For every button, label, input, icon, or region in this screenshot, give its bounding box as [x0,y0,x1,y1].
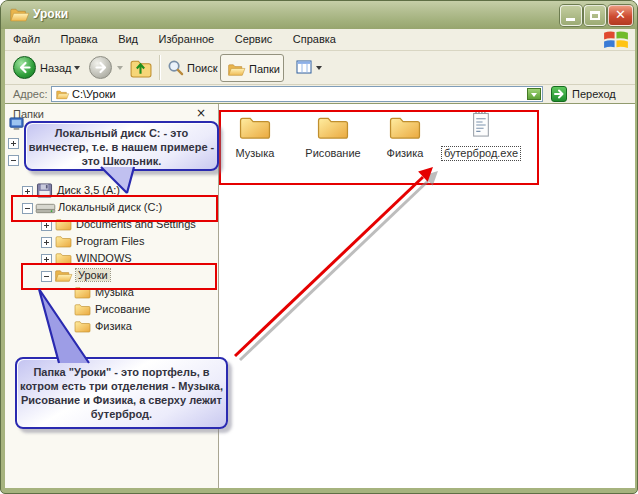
window-title: Уроки [33,7,68,21]
file-name[interactable]: Физика [373,147,437,159]
collapse-icon[interactable] [8,155,19,166]
folder-icon [316,113,350,140]
file-item-muzyka[interactable]: Музыка [223,113,287,159]
address-label: Адрес: [13,88,48,100]
menu-favorites[interactable]: Избранное [150,29,222,45]
tree-item-documents-and-settings[interactable]: Documents and Settings [5,217,218,233]
menu-help[interactable]: Справка [285,29,344,45]
title-bar[interactable]: Уроки ✕ [1,1,637,29]
folder-icon [388,113,422,140]
file-list-pane [219,104,635,488]
close-button[interactable]: ✕ [608,5,633,26]
folder-icon [55,217,72,231]
address-dropdown-button[interactable] [527,88,541,100]
folders-icon [227,62,246,77]
file-item-buterbrod[interactable]: бутерброд.exe [439,109,523,161]
tree-item-muzyka[interactable]: Музыка [5,285,218,301]
folder-icon [55,234,72,248]
minimize-button[interactable] [560,5,582,26]
desktop-icon [9,116,24,131]
up-folder-button[interactable] [129,56,152,79]
menu-tools[interactable]: Сервис [227,29,281,45]
toolbar-separator [159,55,161,80]
callout-local-disk: Локальный диск С: - это винчестер, т.е. … [24,121,219,171]
toolbar: Назад Поиск Папки [5,51,635,85]
minimize-icon [566,18,575,21]
views-dropdown-icon[interactable] [316,66,322,70]
tree-item-windows[interactable]: WINDOWS [5,251,218,267]
expand-icon[interactable] [41,237,52,248]
address-value: C:\Уроки [72,88,116,100]
tree-item-label[interactable]: Уроки [76,269,110,281]
hard-drive-icon [35,202,56,215]
address-bar: Адрес: C:\Уроки Переход [5,85,635,104]
file-item-fizika[interactable]: Физика [373,113,437,159]
tree-item-label[interactable]: Program Files [76,235,144,247]
windows-logo-icon [601,30,631,50]
go-button-label[interactable]: Переход [572,88,616,100]
maximize-icon [590,11,600,20]
back-dropdown-icon[interactable] [74,66,80,70]
tree-item-floppy-a[interactable]: Диск 3,5 (A:) [5,183,218,199]
tree-item-risovanie[interactable]: Рисование [5,302,218,318]
screenshot: Уроки ✕ Файл Правка Вид Избранное Сервис… [0,0,638,494]
explorer-window: Уроки ✕ Файл Правка Вид Избранное Сервис… [0,0,638,494]
back-button[interactable] [13,56,36,79]
file-name[interactable]: Музыка [223,147,287,159]
open-folder-icon [54,268,73,283]
window-folder-icon [9,6,30,23]
go-arrow-icon [552,87,566,101]
file-name[interactable]: бутерброд.exe [441,146,521,161]
maximize-button[interactable] [584,5,606,26]
folder-icon [74,285,91,299]
folders-button-label: Папки [249,63,280,75]
forward-dropdown-icon[interactable] [117,66,123,70]
file-item-risovanie[interactable]: Рисование [295,113,371,159]
folder-icon [238,113,272,140]
go-button[interactable] [551,86,567,102]
tree-item-label[interactable]: Локальный диск (C:) [58,201,162,213]
file-name[interactable]: Рисование [295,147,371,159]
search-button-label[interactable]: Поиск [187,62,217,74]
menu-edit[interactable]: Правка [53,29,106,45]
folder-icon [55,251,72,265]
tree-item-label[interactable]: WINDOWS [76,252,132,264]
tree-item-fizika[interactable]: Физика [5,319,218,335]
folder-icon [74,302,91,316]
expand-icon[interactable] [8,138,19,149]
address-input[interactable]: C:\Уроки [51,86,543,102]
address-folder-icon [55,89,70,100]
expand-icon[interactable] [41,254,52,265]
tree-item-program-files[interactable]: Program Files [5,234,218,250]
back-arrow-icon [14,57,35,78]
tree-item-uroki[interactable]: Уроки [5,268,218,284]
expand-icon[interactable] [41,220,52,231]
close-icon: ✕ [609,7,632,22]
forward-arrow-icon [90,57,111,78]
text-file-icon [471,109,492,139]
menu-view[interactable]: Вид [110,29,146,45]
callout-uroki: Папка "Уроки" - это портфель, в котром е… [15,357,228,429]
tree-item-label[interactable]: Музыка [95,286,134,298]
tree-item-label[interactable]: Диск 3,5 (A:) [57,184,120,196]
forward-button[interactable] [89,56,112,79]
folders-button[interactable]: Папки [220,54,284,82]
tree-item-local-disk-c[interactable]: Локальный диск (C:) [5,200,218,216]
tree-item-label[interactable]: Рисование [95,303,150,315]
floppy-drive-icon [36,183,53,198]
collapse-icon[interactable] [41,271,52,282]
search-icon[interactable] [167,59,184,76]
menu-bar: Файл Правка Вид Избранное Сервис Справка [5,29,635,51]
folder-icon [74,319,91,333]
views-button[interactable] [296,59,312,75]
expand-icon[interactable] [22,186,33,197]
menu-file[interactable]: Файл [5,29,48,45]
tree-item-label[interactable]: Физика [95,320,132,332]
back-button-label[interactable]: Назад [40,62,72,74]
tree-item-label[interactable]: Documents and Settings [76,218,196,230]
collapse-icon[interactable] [22,203,33,214]
